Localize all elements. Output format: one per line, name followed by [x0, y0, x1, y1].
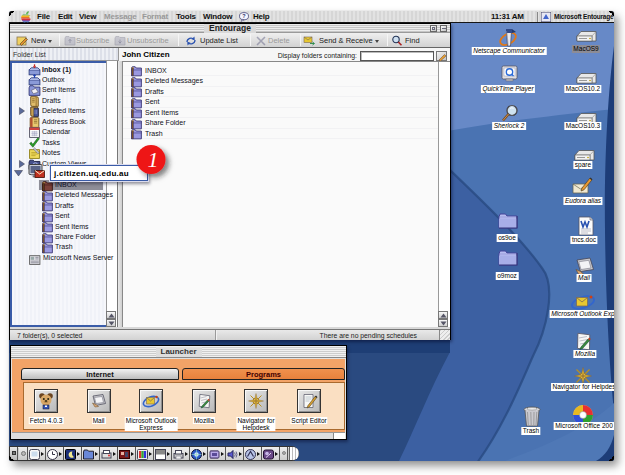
svg-text:1: 1 [148, 147, 159, 172]
